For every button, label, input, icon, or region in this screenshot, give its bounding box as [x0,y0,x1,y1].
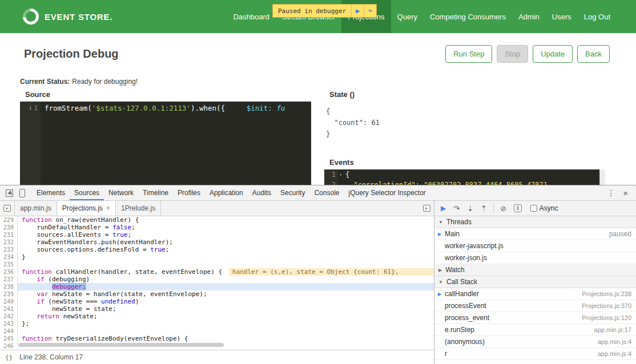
code-line-232[interactable]: 232 rawEventHandlers.push(eventHandler); [0,238,434,246]
line-number[interactable]: 241 [0,305,18,313]
line-number[interactable]: 245 [0,335,18,342]
line-number[interactable]: 234 [0,253,18,261]
line-number[interactable]: 246 [0,342,18,350]
close-tab-icon[interactable]: × [106,204,110,212]
callstack-section-header[interactable]: ▼ Call Stack [434,276,636,288]
frame-callhandler[interactable]: ▶callHandlerProjections.js:238 [434,288,636,300]
line-number[interactable]: 239 [0,290,18,298]
code-line-235[interactable]: 235 [0,261,434,268]
step-into-icon[interactable]: ⇣ [467,205,473,212]
status-label: Current Status: [20,78,70,86]
line-number[interactable]: 242 [0,313,18,320]
navigator-toggle-icon[interactable]: ▸ [0,201,15,216]
code-line-240[interactable]: 240 if (newState === undefined) [0,298,434,305]
deactivate-breakpoints-icon[interactable]: ⊘ [500,205,506,212]
resume-icon[interactable]: ▶ [441,205,446,212]
code-line-229[interactable]: 229function on_raw(eventHandler) { [0,216,434,224]
nav-item-admin[interactable]: Admin [512,0,546,33]
line-number[interactable]: 240 [0,298,18,305]
line-number[interactable]: 237 [0,276,18,283]
frame-r[interactable]: rapp.min.js:4 [434,348,636,360]
frame-anonymous[interactable]: (anonymous)app.min.js:4 [434,336,636,348]
file-tab-app-min-js[interactable]: app.min.js [15,201,57,216]
banner-step-over-icon[interactable]: ↷ [364,5,376,17]
tab-audits[interactable]: Audits [248,185,276,200]
line-number[interactable]: 235 [0,261,18,268]
code-line-231[interactable]: 231 sources.allEvents = true; [0,231,434,238]
code-line-239[interactable]: 239 var newState = handler(state, eventE… [0,290,434,298]
back-button[interactable]: Back [577,45,610,63]
frame-process-event[interactable]: process_eventProjections.js:120 [434,312,636,324]
nav-item-log-out[interactable]: Log Out [578,0,617,33]
banner-resume-icon[interactable]: ▶ [351,5,364,17]
file-tab-projections-js[interactable]: Projections.js× [57,201,116,216]
watch-section-header[interactable]: ▶ Watch [434,264,636,276]
line-number[interactable]: 230 [0,224,18,231]
tab-security[interactable]: Security [276,185,309,200]
eventstore-logo[interactable]: EVENT STORE. [23,0,112,33]
debugger-sidebar: ▶ ↷ ⇣ ⇡ ⊘ ‖ Async ▼ Threads ▶Mainpaus [434,201,636,364]
fold-open-icon[interactable]: ▾ [338,169,345,180]
devtools-menu-icon[interactable]: ⋮ [602,188,619,197]
frame-name: (anonymous) [445,338,485,346]
tab-application[interactable]: Application [205,185,248,200]
nav-item-query[interactable]: Query [391,0,424,33]
tab-console[interactable]: Console [309,185,344,200]
tab-profiles[interactable]: Profiles [173,185,205,200]
call-stack-list: ▶callHandlerProjections.js:238processEve… [434,288,636,360]
horizontal-scrollbar[interactable] [18,343,224,347]
source-editor[interactable]: ℹ 1 fromStream('$stats-127.0.0.1:2113').… [20,102,311,185]
line-number[interactable]: 236 [0,268,18,276]
code-line-237[interactable]: 237 if (debugging) [0,276,434,283]
nav-item-dashboard[interactable]: Dashboard [227,0,276,33]
tab-network[interactable]: Network [104,185,138,200]
thread-worker-javascript-js[interactable]: worker-javascript.js [434,240,636,252]
code-line-234[interactable]: 234} [0,253,434,261]
frame-name: processEvent [445,302,486,310]
active-thread-marker-icon: ▶ [438,232,445,237]
events-scrollbar[interactable] [599,169,605,185]
line-number[interactable]: 238 [0,283,18,290]
code-line-236[interactable]: 236function callHandler(handler, state, … [0,268,434,276]
async-checkbox[interactable] [530,205,537,212]
step-out-icon[interactable]: ⇡ [481,205,487,212]
run-step-button[interactable]: Run Step [445,45,492,63]
code-line-245[interactable]: 245function tryDeserializeBody(eventEnve… [0,335,434,342]
line-number[interactable]: 243 [0,320,18,327]
device-toolbar-icon[interactable] [17,188,26,197]
pause-on-exceptions-icon[interactable]: ‖ [514,204,522,212]
thread-worker-json-js[interactable]: worker-json.js [434,252,636,264]
nav-item-users[interactable]: Users [546,0,578,33]
code-line-243[interactable]: 243}; [0,320,434,327]
line-number[interactable]: 244 [0,327,18,335]
inspect-element-icon[interactable] [5,188,14,197]
threads-section-header[interactable]: ▼ Threads [434,216,636,228]
sources-pane: ▸ app.min.jsProjections.js×1Prelude.js ▸… [0,201,434,364]
thread-main[interactable]: ▶Mainpaused [434,228,636,240]
pretty-print-icon[interactable]: {} [5,354,13,361]
code-line-241[interactable]: 241 newState = state; [0,305,434,313]
devtools-close-icon[interactable]: × [619,188,631,198]
line-number[interactable]: 232 [0,238,18,246]
file-tab-1prelude-js[interactable]: 1Prelude.js [116,201,161,216]
code-line-233[interactable]: 233 sources.options.definesFold = true; [0,246,434,253]
panel-toggle-icon[interactable]: ▸ [419,201,434,216]
line-number[interactable]: 231 [0,231,18,238]
code-line-238[interactable]: 238 debugger; [0,283,434,290]
frame-processevent[interactable]: processEventProjections.js:370 [434,300,636,312]
tab-jquery-selector-inspector[interactable]: jQuery Selector Inspector [344,185,430,200]
events-editor[interactable]: 1▾{2 "correlationId": "06302702-8837-446… [324,169,605,185]
step-over-icon[interactable]: ↷ [453,205,460,212]
update-button[interactable]: Update [533,45,573,63]
line-number[interactable]: 233 [0,246,18,253]
code-line-230[interactable]: 230 runDefaultHandler = false; [0,224,434,231]
tab-timeline[interactable]: Timeline [138,185,173,200]
tab-sources[interactable]: Sources [70,185,104,200]
active-frame-marker-icon: ▶ [438,292,445,297]
frame-e-runstep[interactable]: e.runStepapp.min.js:17 [434,324,636,336]
line-number[interactable]: 229 [0,216,18,224]
nav-item-competing-consumers[interactable]: Competing Consumers [424,0,512,33]
tab-elements[interactable]: Elements [32,185,70,200]
code-line-242[interactable]: 242 return newState; [0,313,434,320]
code-line-244[interactable]: 244 [0,327,434,335]
